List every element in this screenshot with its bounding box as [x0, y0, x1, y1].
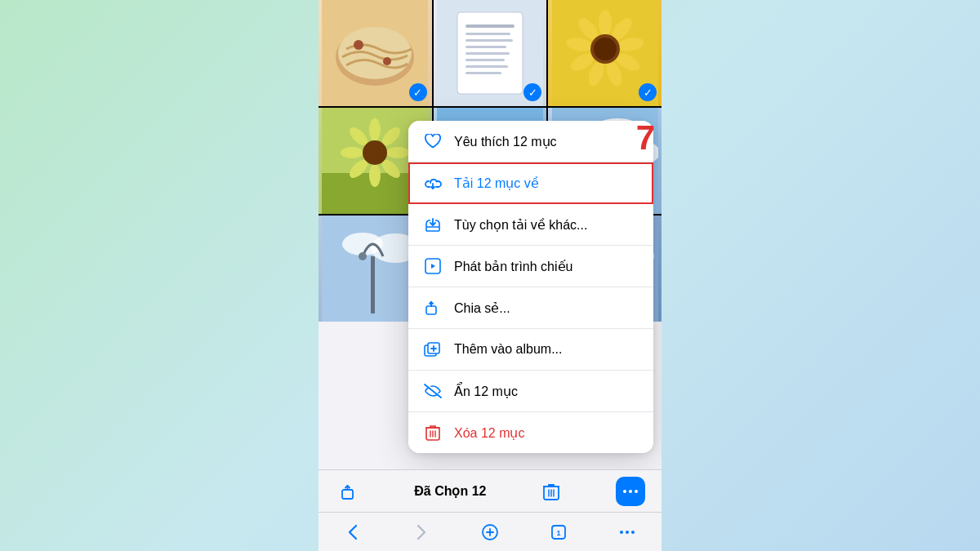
svg-rect-62 — [426, 306, 436, 314]
svg-point-71 — [635, 490, 638, 493]
svg-point-75 — [620, 531, 623, 534]
menu-item-delete[interactable]: Xóa 12 mục — [408, 412, 653, 453]
album-icon — [423, 340, 443, 359]
menu-label-download: Tải 12 mục về — [454, 176, 539, 191]
share-toolbar-button[interactable] — [335, 477, 364, 506]
browser-back-button[interactable] — [336, 516, 369, 549]
menu-label-other-download: Tùy chọn tải về khác... — [454, 217, 587, 233]
svg-point-51 — [359, 252, 367, 260]
svg-rect-11 — [466, 52, 510, 55]
play-icon — [423, 256, 443, 276]
menu-item-share[interactable]: Chia sẻ... — [408, 287, 653, 329]
svg-rect-12 — [466, 59, 505, 61]
svg-point-26 — [594, 38, 617, 60]
check-badge-food: ✓ — [409, 83, 427, 101]
selected-count-label: Đã Chọn 12 — [414, 483, 486, 499]
menu-label-share: Chia sẻ... — [454, 300, 510, 316]
share-icon — [423, 298, 443, 318]
svg-rect-13 — [466, 65, 508, 68]
menu-item-slideshow[interactable]: Phát bản trình chiếu — [408, 246, 653, 287]
cloud-download-icon — [423, 173, 443, 193]
menu-label-favorite: Yêu thích 12 mục — [454, 134, 557, 149]
menu-item-hide[interactable]: Ẩn 12 mục — [408, 371, 653, 412]
heart-icon — [423, 131, 443, 151]
trash-toolbar-button[interactable] — [537, 477, 566, 506]
photo-cell-sunflower1[interactable]: ✓ — [548, 0, 662, 106]
photo-cell-food[interactable]: ✓ — [318, 0, 432, 106]
svg-rect-7 — [466, 24, 514, 28]
svg-point-35 — [341, 147, 363, 158]
svg-point-16 — [599, 10, 612, 36]
phone-container: ✓ ✓ — [318, 0, 662, 551]
svg-point-33 — [369, 164, 381, 187]
menu-label-delete: Xóa 12 mục — [454, 425, 524, 441]
svg-rect-60 — [426, 227, 439, 231]
menu-item-download[interactable]: Tải 12 mục về — [408, 162, 653, 204]
photo-cell-doc[interactable]: ✓ — [434, 0, 547, 106]
svg-point-70 — [629, 490, 632, 493]
svg-rect-10 — [466, 46, 506, 48]
menu-label-hide: Ẩn 12 mục — [454, 384, 518, 399]
more-toolbar-button[interactable] — [616, 477, 645, 506]
cloud-download-alt-icon — [423, 215, 443, 234]
menu-label-slideshow: Phát bản trình chiếu — [454, 259, 572, 274]
eye-slash-icon — [423, 381, 443, 401]
svg-point-69 — [623, 490, 626, 493]
check-badge-sunflower1: ✓ — [639, 83, 657, 101]
svg-rect-9 — [466, 39, 513, 42]
svg-point-29 — [369, 118, 381, 141]
svg-point-3 — [354, 40, 363, 50]
context-menu: Yêu thích 12 mục Tải 12 mục về — [408, 121, 653, 453]
step-number: 7 — [636, 121, 655, 155]
svg-rect-50 — [371, 256, 375, 313]
svg-text:1: 1 — [556, 529, 560, 537]
svg-rect-14 — [466, 72, 501, 74]
svg-point-76 — [626, 531, 629, 534]
menu-label-add-album: Thêm vào album... — [454, 342, 563, 357]
menu-item-favorite[interactable]: Yêu thích 12 mục — [408, 121, 653, 162]
menu-item-add-album[interactable]: Thêm vào album... — [408, 329, 653, 371]
browser-forward-button[interactable] — [405, 516, 438, 549]
menu-item-other-download[interactable]: Tùy chọn tải về khác... — [408, 204, 653, 246]
svg-point-37 — [363, 140, 387, 165]
trash-red-icon — [423, 423, 443, 442]
browser-more-button[interactable] — [611, 516, 644, 549]
svg-point-77 — [631, 531, 635, 534]
svg-rect-8 — [466, 33, 510, 35]
svg-point-4 — [383, 57, 391, 65]
bottom-toolbar: Đã Chọn 12 — [318, 469, 662, 512]
browser-bar: 1 — [318, 512, 662, 551]
browser-add-button[interactable] — [474, 516, 506, 549]
svg-point-31 — [386, 147, 409, 158]
browser-pages-button[interactable]: 1 — [542, 516, 575, 549]
svg-rect-67 — [342, 490, 353, 499]
